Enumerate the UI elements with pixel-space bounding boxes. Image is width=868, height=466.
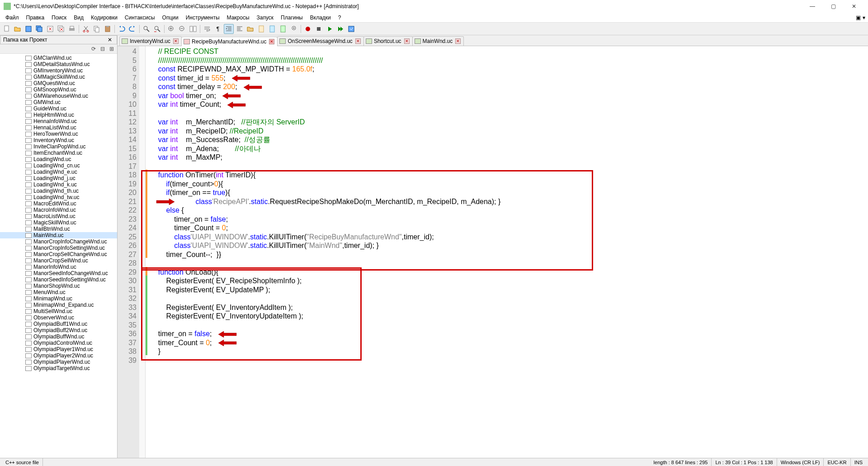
tree-item[interactable]: GMDetailStatusWnd.uc xyxy=(0,61,117,67)
tree-item[interactable]: MultiSellWnd.uc xyxy=(0,308,117,314)
tree-item[interactable]: LoadingWnd_k.uc xyxy=(0,181,117,188)
save-all-button[interactable] xyxy=(34,24,44,34)
function-list-button[interactable] xyxy=(267,24,277,34)
menubar-collapse-icon[interactable]: ▾ xyxy=(863,14,865,21)
tree-item[interactable]: HeroTowerWnd.uc xyxy=(0,131,117,137)
tree-item[interactable]: ManorSeedInfoChangeWnd.uc xyxy=(0,270,117,276)
tree-item[interactable]: InventoryWnd.uc xyxy=(0,137,117,143)
stop-macro-button[interactable] xyxy=(314,24,324,34)
tree-item[interactable]: MacroListWnd.uc xyxy=(0,213,117,219)
wordwrap-button[interactable] xyxy=(202,24,212,34)
tab-close-icon[interactable]: ✕ xyxy=(455,38,461,44)
open-file-button[interactable] xyxy=(13,24,23,34)
tree-item[interactable]: InviteClanPopWnd.uc xyxy=(0,143,117,150)
code-editor[interactable]: 4567891011121314151617181920212223242526… xyxy=(118,46,868,458)
paste-button[interactable] xyxy=(103,24,113,34)
menu-Вид[interactable]: Вид xyxy=(70,14,87,22)
outdent-button[interactable] xyxy=(235,24,245,34)
tree-item[interactable]: ManorCropSellChangeWnd.uc xyxy=(0,251,117,257)
monitoring-button[interactable] xyxy=(289,24,299,34)
menu-Плагины[interactable]: Плагины xyxy=(277,14,307,22)
zoom-in-button[interactable] xyxy=(166,24,176,34)
tree-item[interactable]: LoadingWnd_cn.uc xyxy=(0,162,117,169)
tree-item[interactable]: LoadingWnd_j.uc xyxy=(0,175,117,181)
tab-close-icon[interactable]: ✕ xyxy=(269,39,274,44)
menubar-extra-icon[interactable]: ▣ xyxy=(856,14,861,21)
tree-item[interactable]: GMInventoryWnd.uc xyxy=(0,67,117,74)
tab-close-icon[interactable]: ✕ xyxy=(355,38,361,44)
close-button[interactable]: ✕ xyxy=(844,0,864,13)
menu-Вкладки[interactable]: Вкладки xyxy=(307,14,335,22)
tree-item[interactable]: OlympiadPlayer2Wnd.uc xyxy=(0,352,117,359)
print-button[interactable] xyxy=(67,24,77,34)
tree-item[interactable]: OlympiadTargetWnd.uc xyxy=(0,365,117,371)
tree-item[interactable]: GMWnd.uc xyxy=(0,99,117,105)
tree-item[interactable]: OlympiadBuff1Wnd.uc xyxy=(0,321,117,327)
close-file-button[interactable] xyxy=(45,24,55,34)
tree-item[interactable]: MagicSkillWnd.uc xyxy=(0,219,117,226)
menu-Опции[interactable]: Опции xyxy=(159,14,182,22)
file-tree[interactable]: GMClanWnd.ucGMDetailStatusWnd.ucGMInvent… xyxy=(0,54,117,458)
close-all-button[interactable] xyxy=(56,24,66,34)
tree-item[interactable]: ManorCropSellWnd.uc xyxy=(0,257,117,264)
tab[interactable]: MainWnd.uc✕ xyxy=(412,36,464,46)
tree-item[interactable]: ManorCropInfoChangeWnd.uc xyxy=(0,238,117,245)
tree-item[interactable]: HennaInfoWnd.uc xyxy=(0,118,117,124)
tree-item[interactable]: OlympiadControlWnd.uc xyxy=(0,340,117,346)
save-button[interactable] xyxy=(24,24,33,34)
tree-item[interactable]: LoadingWnd.uc xyxy=(0,156,117,162)
tab[interactable]: RecipeBuyManufactureWnd.uc✕ xyxy=(181,37,278,46)
tree-item[interactable]: OlympiadBuff2Wnd.uc xyxy=(0,327,117,333)
doc-map-button[interactable] xyxy=(256,24,266,34)
indent-button[interactable] xyxy=(224,24,234,34)
tree-item[interactable]: MailBtnWnd.uc xyxy=(0,226,117,232)
minimize-button[interactable]: — xyxy=(802,0,823,13)
tree-item[interactable]: LoadingWnd_tw.uc xyxy=(0,194,117,200)
play-macro-button[interactable] xyxy=(325,24,335,34)
tree-item[interactable]: ManorShopWnd.uc xyxy=(0,283,117,289)
zoom-out-button[interactable] xyxy=(177,24,187,34)
doc-switcher-button[interactable] xyxy=(278,24,288,34)
tree-item[interactable]: GuideWnd.uc xyxy=(0,105,117,112)
menu-Синтаксисы[interactable]: Синтаксисы xyxy=(121,14,159,22)
new-file-button[interactable] xyxy=(2,24,12,34)
tree-item[interactable]: GMSnoopWnd.uc xyxy=(0,86,117,93)
tree-item[interactable]: MacroInfoWnd.uc xyxy=(0,207,117,213)
tree-item[interactable]: GMQuestWnd.uc xyxy=(0,80,117,86)
play-multi-button[interactable] xyxy=(335,24,345,34)
tree-refresh-icon[interactable]: ⟳ xyxy=(90,45,97,52)
replace-button[interactable] xyxy=(152,24,162,34)
tree-item[interactable]: MenuWnd.uc xyxy=(0,289,117,295)
status-enc[interactable]: EUC-KR xyxy=(824,458,850,466)
tree-item[interactable]: MacroEditWnd.uc xyxy=(0,200,117,207)
menu-Макросы[interactable]: Макросы xyxy=(223,14,253,22)
tree-item[interactable]: HennaListWnd.uc xyxy=(0,124,117,131)
menu-Правка[interactable]: Правка xyxy=(23,14,48,22)
tab-close-icon[interactable]: ✕ xyxy=(173,38,179,44)
maximize-button[interactable]: ▢ xyxy=(823,0,844,13)
folder-as-workspace-button[interactable] xyxy=(245,24,255,34)
menu-Поиск[interactable]: Поиск xyxy=(48,14,70,22)
status-eol[interactable]: Windows (CR LF) xyxy=(777,458,824,466)
tree-item[interactable]: MainWnd.uc xyxy=(0,232,117,238)
tree-expand-icon[interactable]: ⊞ xyxy=(108,45,115,52)
save-macro-button[interactable] xyxy=(346,24,356,34)
tree-item[interactable]: LoadingWnd_th.uc xyxy=(0,188,117,194)
tree-item[interactable]: ManorInfoWnd.uc xyxy=(0,264,117,270)
undo-button[interactable] xyxy=(117,24,127,34)
tree-item[interactable]: LoadingWnd_e.uc xyxy=(0,169,117,175)
redo-button[interactable] xyxy=(127,24,137,34)
status-ins[interactable]: INS xyxy=(851,458,866,466)
tab[interactable]: OnScreenMessageWnd.uc✕ xyxy=(277,36,363,46)
tree-item[interactable]: HelpHtmlWnd.uc xyxy=(0,112,117,118)
find-button[interactable] xyxy=(142,24,151,34)
tab[interactable]: InventoryWnd.uc✕ xyxy=(119,36,182,46)
tree-item[interactable]: OlympiadPlayer1Wnd.uc xyxy=(0,346,117,352)
tree-item[interactable]: GMWarehouseWnd.uc xyxy=(0,93,117,99)
menu-Кодировки[interactable]: Кодировки xyxy=(87,14,121,22)
tree-collapse-icon[interactable]: ⊟ xyxy=(99,45,106,52)
show-all-chars-button[interactable]: ¶ xyxy=(213,24,223,34)
menu-Запуск[interactable]: Запуск xyxy=(253,14,278,22)
tab[interactable]: Shortcut.uc✕ xyxy=(363,36,413,46)
tree-item[interactable]: OlympiadBuffWnd.uc xyxy=(0,333,117,340)
